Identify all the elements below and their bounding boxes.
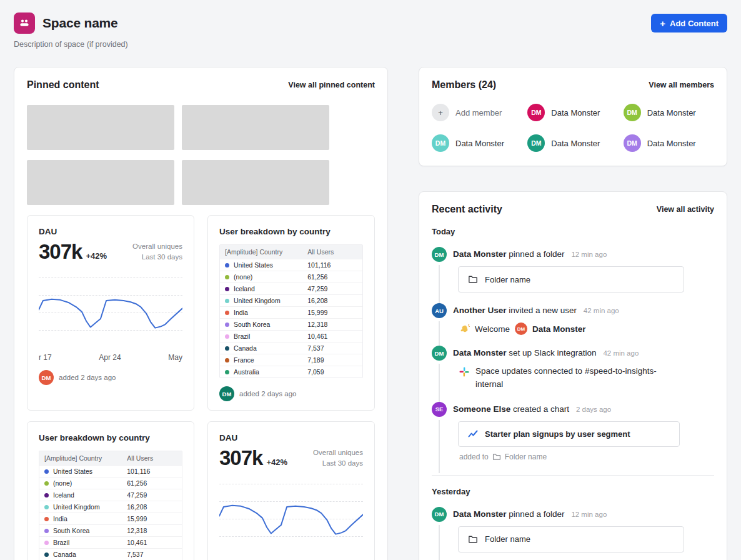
table-row: (none)61,256 xyxy=(220,271,362,283)
dau-delta: +42% xyxy=(86,251,107,261)
avatar: DM xyxy=(527,104,545,121)
waving-hand-icon xyxy=(459,324,470,334)
avatar: DM xyxy=(527,134,545,152)
column-header: All Users xyxy=(122,451,182,466)
add-member-button[interactable]: + Add member xyxy=(432,104,522,121)
series-color-dot xyxy=(225,275,229,279)
recent-activity-panel: Recent activity View all activity Today … xyxy=(419,191,727,560)
space-description: Description of space (if provided) xyxy=(14,40,727,49)
dau-card-title: DAU xyxy=(219,433,363,442)
pinned-thumbnail[interactable] xyxy=(182,160,329,205)
add-content-button[interactable]: + Add Content xyxy=(651,14,727,32)
folder-attachment[interactable]: Folder name xyxy=(458,526,684,552)
folder-icon xyxy=(468,534,478,544)
table-row: United States101,116 xyxy=(39,466,182,478)
member-item[interactable]: DM Data Monster xyxy=(624,134,714,152)
table-row: Canada7,537 xyxy=(39,549,182,560)
table-row: South Korea12,318 xyxy=(220,319,362,331)
series-color-dot xyxy=(225,358,229,362)
actor-name[interactable]: Another User xyxy=(453,306,507,315)
added-timestamp: added 2 days ago xyxy=(239,390,296,398)
avatar: DM xyxy=(432,247,447,262)
series-color-dot xyxy=(44,529,49,533)
space-page: Space name Description of space (if prov… xyxy=(0,0,741,560)
members-panel: Members (24) View all members + Add memb… xyxy=(419,67,727,166)
member-item[interactable]: DM Data Monster xyxy=(527,134,618,152)
added-timestamp: added 2 days ago xyxy=(59,374,116,381)
member-item[interactable]: DM Data Monster xyxy=(432,134,522,152)
series-color-dot xyxy=(225,370,229,374)
avatar: DM xyxy=(432,507,447,522)
dau-meta: Overall uniques Last 30 days xyxy=(313,448,363,469)
table-row: India15,999 xyxy=(220,307,362,319)
dau-x-axis-labels: r 17 Apr 24 May xyxy=(39,353,182,362)
series-color-dot xyxy=(225,311,229,315)
pinned-thumbnails xyxy=(27,105,375,205)
added-to-folder-note: added to Folder name xyxy=(459,452,714,461)
table-row: United Kingdom16,208 xyxy=(220,295,362,307)
avatar: DM xyxy=(432,346,447,361)
series-color-dot xyxy=(44,493,49,498)
member-item[interactable]: DM Data Monster xyxy=(624,104,714,121)
slack-icon xyxy=(459,367,469,377)
chart-attachment[interactable]: Starter plan signups by user segment xyxy=(458,421,680,447)
activity-item: DM Data Monster set up Slack integration… xyxy=(432,346,714,391)
series-color-dot xyxy=(225,263,229,268)
plus-icon: + xyxy=(432,104,449,121)
dau-chart-card[interactable]: DAU 307k +42% Overall uniques Last 30 da… xyxy=(27,215,194,411)
view-all-pinned-link[interactable]: View all pinned content xyxy=(288,81,375,89)
page-header: Space name Description of space (if prov… xyxy=(14,12,727,49)
view-all-activity-link[interactable]: View all activity xyxy=(657,205,714,214)
actor-name[interactable]: Someone Else xyxy=(453,404,510,414)
action-text: invited a new user xyxy=(509,306,577,315)
timestamp: 42 min ago xyxy=(603,349,639,357)
dau-meta: Overall uniques Last 30 days xyxy=(132,241,182,262)
timestamp: 12 min ago xyxy=(571,511,607,518)
folder-attachment[interactable]: Folder name xyxy=(458,266,684,292)
timestamp: 42 min ago xyxy=(584,307,619,314)
series-color-dot xyxy=(44,552,49,557)
actor-name[interactable]: Data Monster xyxy=(453,509,507,519)
series-color-dot xyxy=(225,346,229,351)
table-row: India15,999 xyxy=(39,513,182,525)
series-color-dot xyxy=(44,517,49,521)
pinned-thumbnail[interactable] xyxy=(27,105,174,150)
actor-name[interactable]: Data Monster xyxy=(453,249,507,259)
line-chart-icon xyxy=(468,429,478,438)
yesterday-section: Yesterday DM Data Monster pinned a folde… xyxy=(432,475,714,552)
avatar: DM xyxy=(432,134,449,152)
slack-integration-note: Space updates connected to #speed-to-ins… xyxy=(459,365,714,391)
table-row: South Korea12,318 xyxy=(39,525,182,537)
series-color-dot xyxy=(44,469,49,474)
page-title: Space name xyxy=(42,16,118,31)
pinned-thumbnail[interactable] xyxy=(182,105,329,150)
avatar: SE xyxy=(432,402,447,417)
country-table-card[interactable]: User breakdown by country [Amplitude] Co… xyxy=(207,215,375,411)
dau-value: 307k xyxy=(39,241,82,262)
activity-item: AU Another User invited a new user 42 mi… xyxy=(432,303,714,335)
series-color-dot xyxy=(225,287,229,291)
pinned-content-panel: Pinned content View all pinned content D… xyxy=(14,67,388,560)
series-color-dot xyxy=(44,541,49,545)
activity-item: SE Someone Else created a chart 2 days a… xyxy=(432,402,714,461)
activity-title: Recent activity xyxy=(432,204,502,215)
view-all-members-link[interactable]: View all members xyxy=(649,81,714,89)
pinned-thumbnail[interactable] xyxy=(27,160,174,205)
series-color-dot xyxy=(225,334,229,339)
activity-item: DM Data Monster pinned a folder 12 min a… xyxy=(432,247,714,292)
country-card-title: User breakdown by country xyxy=(219,227,363,236)
country-table-card[interactable]: User breakdown by country [Amplitude] Co… xyxy=(27,421,194,560)
table-row: Australia7,059 xyxy=(220,366,362,378)
welcomed-user-name[interactable]: Data Monster xyxy=(532,324,586,334)
table-row: Brazil10,461 xyxy=(220,331,362,342)
members-title: Members (24) xyxy=(432,79,496,91)
plus-icon: + xyxy=(660,19,665,28)
table-row: Iceland47,259 xyxy=(220,283,362,295)
member-item[interactable]: DM Data Monster xyxy=(527,104,618,121)
actor-name[interactable]: Data Monster xyxy=(453,348,507,358)
dau-chart-card[interactable]: DAU 307k +42% Overall uniques Last 30 da… xyxy=(207,421,375,560)
avatar: DM xyxy=(624,134,641,152)
welcome-message: Welcome DM Data Monster xyxy=(459,322,714,335)
avatar: DM xyxy=(624,104,641,121)
country-table: [Amplitude] Country All Users United Sta… xyxy=(220,245,362,378)
